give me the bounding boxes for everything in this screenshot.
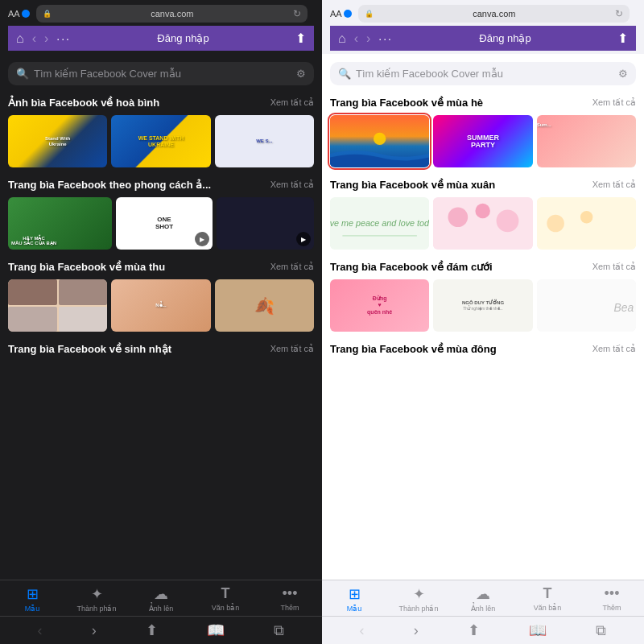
- left-tab-anh-len[interactable]: ☁ Ảnh lên: [129, 585, 193, 613]
- right-tab-van-ban[interactable]: T Văn bản: [515, 585, 580, 613]
- left-tab-anh-len-icon: ☁: [154, 585, 168, 603]
- right-back-nav[interactable]: ‹: [360, 622, 365, 639]
- left-card-dark[interactable]: ▶: [217, 197, 314, 250]
- left-tab-van-ban[interactable]: T Văn bản: [193, 585, 258, 613]
- left-aa-label[interactable]: AA: [8, 9, 20, 19]
- left-section-header-4: Trang bìa Facebook về sinh nhật Xem tất …: [8, 343, 314, 355]
- right-tab-thanh-phan-label: Thành phần: [398, 605, 438, 613]
- right-book-icon[interactable]: 📖: [529, 621, 547, 639]
- left-card-autumn-1[interactable]: [8, 279, 107, 332]
- right-nav-login[interactable]: Đăng nhập: [401, 32, 609, 44]
- right-see-all-2[interactable]: Xem tất cả: [592, 180, 636, 190]
- right-card-summer-1[interactable]: [330, 115, 429, 167]
- right-card-spring-2[interactable]: [433, 197, 532, 250]
- right-upload-icon[interactable]: ⬆: [468, 621, 480, 639]
- right-phone-panel: AA 🔒 canva.com ↻ ⌂ ‹ › ··· Đăng nhập ⬆ 🔍…: [322, 0, 644, 644]
- left-nav-dots[interactable]: ···: [56, 32, 71, 45]
- right-card-spring-1[interactable]: Give me peace and love today: [330, 197, 429, 250]
- right-see-all-3[interactable]: Xem tất cả: [592, 262, 636, 272]
- left-search-input[interactable]: Tìm kiếm Facebook Cover mẫu: [34, 68, 291, 80]
- left-tab-thanh-phan-label: Thành phần: [76, 605, 116, 613]
- left-card-autumn-2[interactable]: Nẻ...: [111, 279, 210, 332]
- right-section-header-2: Trang bìa Facebook về mùa xuân Xem tất c…: [330, 179, 636, 191]
- left-filter-icon[interactable]: ⚙: [296, 68, 306, 80]
- left-tab-them[interactable]: ••• Thêm: [258, 585, 322, 613]
- left-tab-mau-icon: ⊞: [27, 585, 39, 603]
- left-see-all-1[interactable]: Xem tất cả: [270, 97, 314, 108]
- left-tab-van-ban-icon: T: [221, 585, 230, 602]
- right-card-summer-3[interactable]: Sum...: [537, 115, 636, 167]
- right-aa-dot: [344, 10, 352, 18]
- left-grid-1: Stand WithUkraine WE STAND WITHUKRAINE W…: [8, 115, 314, 167]
- right-forward-icon[interactable]: ›: [366, 31, 370, 46]
- left-url-text: canva.com: [55, 9, 290, 19]
- left-refresh-icon[interactable]: ↻: [293, 8, 301, 19]
- left-forward-icon[interactable]: ›: [44, 31, 48, 46]
- right-search-input[interactable]: Tìm kiếm Facebook Cover mẫu: [356, 68, 613, 80]
- right-forward-nav[interactable]: ›: [414, 622, 419, 639]
- left-search-icon: 🔍: [16, 68, 29, 80]
- right-filter-icon[interactable]: ⚙: [618, 68, 628, 80]
- right-url-bar[interactable]: 🔒 canva.com ↻: [358, 5, 630, 23]
- left-card-autumn-3[interactable]: 🍂: [215, 279, 314, 332]
- right-content-area: 🔍 Tìm kiếm Facebook Cover mẫu ⚙ Trang bì…: [322, 54, 644, 580]
- right-card-wedding-3[interactable]: Bea: [537, 279, 636, 332]
- right-see-all-4[interactable]: Xem tất cả: [592, 344, 636, 354]
- left-phone-panel: AA 🔒 canva.com ↻ ⌂ ‹ › ··· Đăng nhập ⬆ 🔍…: [0, 0, 322, 644]
- right-card-summer-2[interactable]: SUMMERPARTY: [433, 115, 532, 167]
- left-card-ukraine-1[interactable]: Stand WithUkraine: [8, 115, 107, 167]
- right-tab-anh-len[interactable]: ☁ Ảnh lên: [451, 585, 515, 613]
- right-aa-label[interactable]: AA: [330, 9, 342, 19]
- left-card-ukraine-3[interactable]: WE S...: [215, 115, 314, 167]
- left-card-ukraine-2[interactable]: WE STAND WITHUKRAINE: [111, 115, 210, 167]
- left-tab-them-icon: •••: [283, 585, 298, 602]
- left-upload-icon[interactable]: ⬆: [146, 621, 158, 639]
- right-tab-van-ban-label: Văn bản: [534, 604, 562, 612]
- left-see-all-3[interactable]: Xem tất cả: [270, 262, 314, 272]
- left-grid-3: Nẻ... 🍂: [8, 279, 314, 332]
- right-tab-mau[interactable]: ⊞ Mẫu: [322, 585, 386, 613]
- right-layers-icon[interactable]: ⧉: [596, 622, 606, 639]
- left-home-icon[interactable]: ⌂: [16, 31, 24, 46]
- left-url-bar[interactable]: 🔒 canva.com ↻: [36, 5, 308, 23]
- right-nav-dots[interactable]: ···: [378, 32, 393, 45]
- right-tab-them[interactable]: ••• Thêm: [580, 585, 644, 613]
- left-section-title-1: Ảnh bìa Facebook về hoà bình: [8, 97, 159, 109]
- right-back-icon[interactable]: ‹: [354, 31, 358, 46]
- left-back-nav[interactable]: ‹: [38, 622, 43, 639]
- right-browser-chrome: AA 🔒 canva.com ↻ ⌂ ‹ › ··· Đăng nhập ⬆: [322, 0, 644, 54]
- right-tab-anh-len-label: Ảnh lên: [471, 605, 496, 613]
- right-grid-1: SUMMERPARTY Sum...: [330, 115, 636, 167]
- left-tab-mau[interactable]: ⊞ Mẫu: [0, 585, 64, 613]
- svg-point-6: [448, 207, 469, 227]
- left-nav-bar: ⌂ ‹ › ··· Đăng nhập ⬆: [8, 26, 314, 51]
- right-search-bar[interactable]: 🔍 Tìm kiếm Facebook Cover mẫu ⚙: [330, 62, 636, 85]
- right-home-icon[interactable]: ⌂: [338, 31, 346, 46]
- left-forward-nav[interactable]: ›: [92, 622, 97, 639]
- right-card-spring-3[interactable]: [537, 197, 636, 250]
- svg-point-8: [497, 210, 519, 233]
- left-back-icon[interactable]: ‹: [32, 31, 36, 46]
- left-card-rainbow[interactable]: HÃY MẶCMÀU SẮC CỦA BẠN: [8, 197, 112, 250]
- left-nav-login[interactable]: Đăng nhập: [79, 32, 287, 44]
- left-search-bar[interactable]: 🔍 Tìm kiếm Facebook Cover mẫu ⚙: [8, 62, 314, 85]
- right-see-all-1[interactable]: Xem tất cả: [592, 97, 636, 108]
- left-play-btn-1[interactable]: ▶: [195, 232, 209, 246]
- left-layers-icon[interactable]: ⧉: [274, 622, 284, 639]
- right-refresh-icon[interactable]: ↻: [615, 8, 623, 19]
- right-share-icon[interactable]: ⬆: [617, 31, 628, 46]
- left-see-all-2[interactable]: Xem tất cả: [270, 180, 314, 190]
- right-section-mua-he: Trang bìa Facebook về mùa hè Xem tất cả: [330, 97, 636, 167]
- right-card-wedding-2[interactable]: NGÔ DUY TƯỚNG Thử nghiệm thế nhế...: [433, 279, 532, 332]
- left-card-oneshot[interactable]: ONESHOT ▶: [116, 197, 213, 250]
- left-share-icon[interactable]: ⬆: [295, 31, 306, 46]
- left-content-area: 🔍 Tìm kiếm Facebook Cover mẫu ⚙ Ảnh bìa …: [0, 54, 322, 580]
- right-tab-thanh-phan[interactable]: ✦ Thành phần: [386, 585, 451, 613]
- left-tab-thanh-phan[interactable]: ✦ Thành phần: [64, 585, 129, 613]
- left-see-all-4[interactable]: Xem tất cả: [270, 344, 314, 354]
- left-section-title-4: Trang bìa Facebook về sinh nhật: [8, 343, 171, 355]
- left-book-icon[interactable]: 📖: [207, 621, 225, 639]
- left-aa-dot: [22, 10, 30, 18]
- left-play-btn-2[interactable]: ▶: [296, 232, 311, 246]
- right-card-wedding-1[interactable]: Đừng♥quên nhé: [330, 279, 429, 332]
